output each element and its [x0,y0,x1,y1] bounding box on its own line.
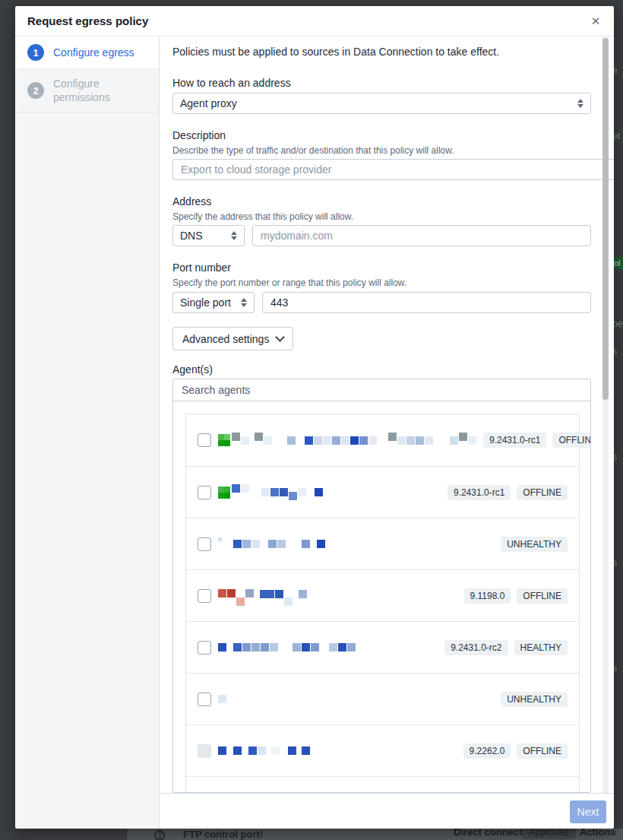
agent-pixel-icon [218,487,230,499]
agent-checkbox [198,744,211,758]
dialog-title: Request egress policy [27,14,148,27]
background-ftp-text: FTP control port! [183,829,263,840]
agent-status-badge: HEALTHY [514,640,568,655]
double-caret-icon [577,99,583,108]
description-input[interactable] [172,159,614,180]
chevron-down-icon [276,332,286,342]
search-agents-input[interactable] [173,379,590,401]
request-egress-policy-dialog: Request egress policy ✕ 1 Configure egre… [15,6,614,829]
dialog-footer: Next [160,793,614,829]
advanced-settings-button[interactable]: Advanced settings [172,327,293,350]
agent-row[interactable]: 9.2431.0-rc1OFFLINE [186,466,579,518]
agent-status-badge: OFFLINE [517,485,568,500]
agent-row[interactable]: UNHEALTHY [186,673,579,724]
agent-checkbox[interactable] [198,486,211,499]
agent-row[interactable] [186,776,579,793]
agent-list-card: 9.2431.0-rc1OFFLINE9.2431.0-rc1OFFLINEUN… [185,414,580,793]
double-caret-icon [241,298,247,307]
agent-row[interactable]: 9.1198.0OFFLINE [186,569,579,621]
globe-icon [154,830,165,840]
agent-status-badge: UNHEALTHY [501,692,568,707]
next-button[interactable]: Next [570,800,606,823]
redacted-agent-name [232,430,477,450]
redacted-agent-name [218,586,308,606]
agent-checkbox[interactable] [198,641,211,655]
reach-address-selected-value: Agent proxy [180,97,237,109]
agent-row[interactable]: 9.2431.0-rc2HEALTHY [186,621,579,673]
step-number-badge: 1 [27,44,44,61]
background-bottom-band: FTP control port! Direct connection Appr… [0,829,623,840]
agent-version-badge: 9.1198.0 [464,588,511,604]
agent-pixel-icon [218,434,230,446]
agent-version-badge: 9.2262.0 [463,743,511,759]
address-help-text: Specify the address that this policy wil… [172,211,591,222]
agent-row[interactable]: UNHEALTHY [186,518,579,569]
port-help-text: Specify the port number or range that th… [172,277,591,288]
wizard-steps-sidebar: 1 Configure egress 2 Configure permissio… [15,36,160,829]
redacted-agent-name [232,483,324,502]
close-icon[interactable]: ✕ [587,12,605,30]
agent-status-badge: OFFLINE [517,743,568,759]
agent-version-badge: 9.2431.0-rc1 [483,433,546,448]
configure-egress-form: Policies must be applied to sources in D… [160,36,602,793]
redacted-agent-name [218,689,227,709]
agent-version-badge: 9.2431.0-rc2 [444,640,508,655]
step-label: Configure egress [53,46,142,59]
agent-status-badge: OFFLINE [552,433,591,448]
port-type-selected-value: Single port [180,296,231,309]
description-help-text: Describe the type of traffic and/or dest… [172,145,591,156]
redacted-agent-name [218,638,356,658]
agent-checkbox[interactable] [198,537,211,551]
agent-checkbox[interactable] [198,589,211,603]
port-value-input[interactable] [262,292,591,313]
background-actions: Actions [580,829,616,838]
agent-checkbox[interactable] [198,433,211,447]
dialog-header: Request egress policy ✕ [15,6,614,36]
dialog-scrollbar-thumb[interactable] [602,38,609,400]
step-number-badge: 2 [27,82,44,99]
dialog-scrollbar-track[interactable] [602,36,609,793]
advanced-settings-label: Advanced settings [182,333,269,345]
background-text-fragment: pe [612,319,622,329]
address-label: Address [172,195,591,208]
agent-row[interactable]: 9.2262.0OFFLINE [186,724,579,776]
port-number-label: Port number [172,262,591,274]
description-label: Description [172,129,591,141]
agent-status-badge: OFFLINE [517,588,568,604]
reach-address-label: How to reach an address [172,77,591,89]
background-approved-pill: Approved [522,829,576,839]
address-input[interactable] [252,225,591,246]
agent-row[interactable]: 9.2431.0-rc1OFFLINE [186,414,579,466]
agents-label: Agent(s) [172,363,591,376]
double-caret-icon [231,231,237,240]
policy-notice-text: Policies must be applied to sources in D… [172,46,591,58]
address-type-select[interactable]: DNS [172,225,245,246]
step-configure-permissions[interactable]: 2 Configure permissions [15,69,159,113]
agent-version-badge: 9.2431.0-rc1 [447,485,511,500]
redacted-agent-name [218,534,326,554]
agent-status-badge: UNHEALTHY [501,537,568,552]
step-configure-egress[interactable]: 1 Configure egress [15,36,159,69]
agent-checkbox[interactable] [198,693,211,706]
reach-address-select[interactable]: Agent proxy [172,93,591,114]
redacted-agent-name [218,741,311,761]
step-label: Configure permissions [53,77,159,104]
agents-panel: 9.2431.0-rc1OFFLINE9.2431.0-rc1OFFLINEUN… [172,379,591,793]
port-type-select[interactable]: Single port [172,292,255,313]
background-bottom-row: FTP control port! Direct connection Appr… [126,829,623,840]
address-type-selected-value: DNS [180,230,203,242]
